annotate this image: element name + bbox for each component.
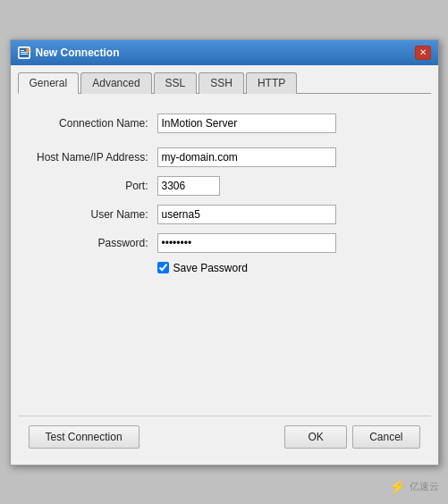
tab-ssl[interactable]: SSL: [154, 72, 198, 94]
tab-general[interactable]: General: [18, 72, 80, 94]
svg-rect-2: [21, 52, 28, 53]
connection-name-row: Connection Name:: [32, 113, 417, 133]
empty-space: [32, 274, 417, 399]
save-password-label[interactable]: Save Password: [173, 262, 248, 274]
window-icon: [18, 46, 30, 59]
window-title: New Connection: [36, 46, 120, 59]
username-label: User Name:: [32, 208, 157, 221]
close-button[interactable]: ✕: [415, 46, 431, 60]
ok-button[interactable]: OK: [284, 425, 347, 449]
port-input[interactable]: [157, 176, 220, 196]
connection-name-label: Connection Name:: [32, 117, 157, 130]
host-label: Host Name/IP Address:: [32, 151, 157, 164]
password-label: Password:: [32, 237, 157, 249]
svg-rect-1: [21, 50, 24, 51]
dialog-window: New Connection ✕ General Advanced SSL SS…: [10, 39, 439, 466]
svg-rect-3: [21, 54, 28, 55]
password-row: Password:: [32, 233, 417, 253]
password-input[interactable]: [157, 233, 336, 253]
port-label: Port:: [32, 180, 157, 192]
tab-http[interactable]: HTTP: [246, 72, 297, 94]
button-bar: Test Connection OK Cancel: [18, 416, 431, 458]
test-connection-button[interactable]: Test Connection: [29, 425, 139, 449]
window-body: General Advanced SSL SSH HTTP Connection…: [11, 65, 438, 465]
button-right-group: OK Cancel: [284, 425, 419, 449]
cancel-button[interactable]: Cancel: [352, 425, 419, 449]
host-row: Host Name/IP Address:: [32, 147, 417, 167]
save-password-checkbox[interactable]: [157, 262, 169, 273]
button-left-group: Test Connection: [29, 425, 139, 449]
form-area: Connection Name: Host Name/IP Address: P…: [18, 105, 431, 408]
tab-bar: General Advanced SSL SSH HTTP: [18, 72, 431, 94]
tab-advanced[interactable]: Advanced: [80, 72, 151, 94]
username-row: User Name:: [32, 205, 417, 224]
title-bar-left: New Connection: [18, 46, 120, 59]
watermark-text: 亿速云: [410, 480, 439, 493]
watermark-icon: ⚡: [389, 478, 407, 495]
tab-ssh[interactable]: SSH: [199, 72, 244, 94]
watermark: ⚡ 亿速云: [389, 478, 439, 495]
host-input[interactable]: [157, 147, 336, 167]
port-row: Port:: [32, 176, 417, 196]
connection-name-input[interactable]: [157, 113, 336, 133]
save-password-row: Save Password: [157, 262, 417, 274]
svg-point-4: [26, 48, 30, 52]
username-input[interactable]: [157, 205, 336, 224]
title-bar: New Connection ✕: [11, 40, 438, 65]
